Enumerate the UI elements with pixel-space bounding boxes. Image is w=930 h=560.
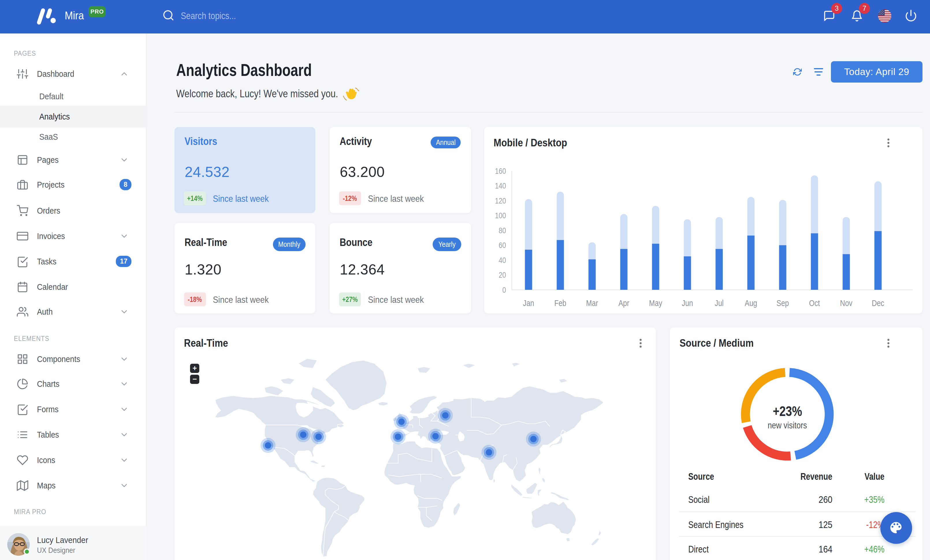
svg-text:0: 0 [502,285,506,295]
svg-text:Dec: Dec [872,298,884,308]
svg-text:80: 80 [499,226,506,235]
svg-text:160: 160 [495,167,506,175]
svg-text:Sep: Sep [777,298,789,308]
svg-text:May: May [649,298,662,308]
svg-text:40: 40 [499,256,506,265]
svg-text:Aug: Aug [745,298,757,308]
svg-text:100: 100 [495,211,506,220]
svg-text:Jan: Jan [523,298,534,308]
svg-text:Nov: Nov [840,298,853,308]
svg-text:Mar: Mar [586,298,598,308]
svg-text:Jun: Jun [682,298,693,308]
svg-text:20: 20 [499,270,506,279]
svg-text:Oct: Oct [809,298,820,308]
svg-text:Feb: Feb [554,298,566,308]
svg-text:60: 60 [499,241,506,250]
svg-text:120: 120 [495,196,506,205]
svg-text:140: 140 [495,181,506,190]
svg-text:Apr: Apr [618,298,629,308]
svg-text:Jul: Jul [715,298,724,308]
